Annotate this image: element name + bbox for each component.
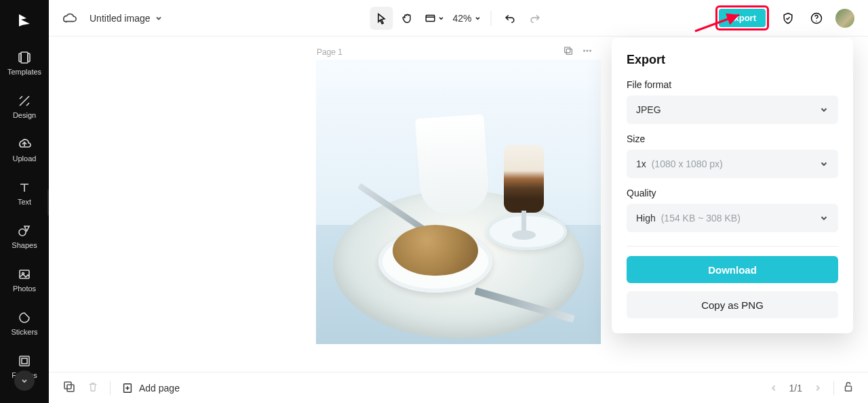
add-page-label: Add page bbox=[139, 383, 180, 394]
sidebar-collapse-button[interactable] bbox=[14, 370, 35, 391]
export-button[interactable]: Export bbox=[719, 9, 766, 27]
undo-button[interactable] bbox=[498, 7, 521, 30]
sidebar-item-design[interactable]: Design bbox=[13, 93, 36, 119]
layers-icon[interactable] bbox=[62, 380, 76, 396]
file-format-select[interactable]: JPEG bbox=[627, 96, 838, 124]
sidebar-item-text[interactable]: Text bbox=[17, 180, 32, 206]
document-title[interactable]: Untitled image bbox=[90, 13, 163, 24]
sidebar-item-label: Stickers bbox=[11, 328, 37, 336]
chevron-down-icon bbox=[437, 15, 444, 22]
delete-icon[interactable] bbox=[87, 381, 99, 396]
sidebar-item-label: Design bbox=[13, 111, 36, 119]
svg-rect-2 bbox=[28, 54, 30, 62]
quality-hint: (154 KB ~ 308 KB) bbox=[661, 213, 741, 224]
svg-rect-19 bbox=[846, 386, 852, 391]
page-indicator: 1/1 bbox=[789, 383, 802, 394]
chevron-down-icon bbox=[819, 159, 829, 169]
svg-rect-0 bbox=[21, 52, 28, 63]
quality-label: Quality bbox=[627, 188, 838, 198]
prev-page-button[interactable] bbox=[766, 381, 781, 396]
svg-point-13 bbox=[583, 50, 585, 52]
sidebar-item-label: Text bbox=[18, 198, 31, 206]
svg-rect-12 bbox=[566, 49, 572, 54]
copy-as-png-button[interactable]: Copy as PNG bbox=[627, 291, 838, 318]
duplicate-page-icon[interactable] bbox=[562, 45, 574, 60]
svg-point-3 bbox=[19, 229, 26, 236]
svg-rect-8 bbox=[426, 16, 435, 22]
quality-value: High bbox=[636, 213, 656, 224]
zoom-control[interactable]: 42% bbox=[450, 13, 484, 24]
sidebar-item-shapes[interactable]: Shapes bbox=[12, 224, 37, 249]
chevron-down-icon bbox=[819, 213, 829, 223]
sidebar-item-label: Upload bbox=[13, 154, 37, 163]
svg-rect-11 bbox=[565, 47, 570, 53]
chevron-down-icon bbox=[819, 105, 829, 114]
svg-point-14 bbox=[587, 50, 589, 52]
shapes-icon bbox=[17, 224, 32, 238]
sidebar-item-templates[interactable]: Templates bbox=[7, 50, 41, 76]
size-value: 1x bbox=[636, 158, 646, 169]
sidebar-item-label: Shapes bbox=[12, 241, 37, 249]
svg-rect-17 bbox=[67, 385, 74, 391]
add-page-icon bbox=[121, 382, 134, 394]
bottombar-divider bbox=[833, 381, 834, 395]
document-title-text: Untitled image bbox=[90, 13, 151, 24]
svg-rect-6 bbox=[20, 356, 29, 366]
photos-icon bbox=[17, 267, 32, 282]
svg-rect-16 bbox=[64, 382, 71, 389]
text-icon bbox=[17, 180, 32, 195]
file-format-value: JPEG bbox=[636, 104, 661, 115]
size-hint: (1080 x 1080 px) bbox=[652, 158, 723, 169]
app-logo-icon[interactable] bbox=[14, 9, 35, 31]
size-select[interactable]: 1x (1080 x 1080 px) bbox=[627, 150, 838, 178]
templates-icon bbox=[17, 50, 32, 65]
size-label: Size bbox=[627, 133, 838, 144]
page-more-icon[interactable] bbox=[581, 45, 593, 60]
sidebar-item-label: Templates bbox=[7, 68, 41, 76]
zoom-value: 42% bbox=[452, 13, 471, 24]
chevron-down-icon bbox=[475, 15, 481, 22]
user-avatar[interactable] bbox=[835, 9, 854, 28]
chevron-down-icon bbox=[155, 14, 163, 22]
panel-divider bbox=[627, 246, 838, 247]
export-button-highlight: Export bbox=[715, 5, 769, 30]
download-button[interactable]: Download bbox=[627, 256, 838, 283]
export-panel: Export File format JPEG Size 1x (1080 x … bbox=[612, 38, 853, 333]
canvas-toolbar: 42% bbox=[370, 0, 547, 37]
sidebar-item-stickers[interactable]: Stickers bbox=[11, 310, 37, 336]
sidebar-item-upload[interactable]: Upload bbox=[13, 137, 37, 163]
canvas-image[interactable] bbox=[316, 60, 601, 344]
lock-icon[interactable] bbox=[842, 381, 854, 395]
svg-point-10 bbox=[816, 20, 816, 21]
toolbar-divider bbox=[491, 11, 492, 26]
hand-tool[interactable] bbox=[395, 7, 418, 30]
shield-icon[interactable] bbox=[778, 9, 797, 28]
design-icon bbox=[17, 93, 32, 108]
help-icon[interactable] bbox=[807, 9, 826, 28]
top-bar: Untitled image 42% Export bbox=[49, 0, 868, 37]
left-sidebar: Templates Design Upload Text Shapes Phot… bbox=[0, 0, 49, 403]
svg-point-15 bbox=[589, 50, 591, 52]
file-format-label: File format bbox=[627, 79, 838, 90]
add-page-button[interactable]: Add page bbox=[121, 382, 180, 394]
svg-rect-7 bbox=[22, 358, 27, 364]
stickers-icon bbox=[17, 310, 32, 325]
bottombar-divider bbox=[110, 381, 111, 395]
sidebar-item-label: Photos bbox=[13, 284, 36, 293]
sidebar-item-photos[interactable]: Photos bbox=[13, 267, 36, 293]
upload-icon bbox=[17, 137, 32, 152]
frames-icon bbox=[17, 354, 32, 368]
quality-select[interactable]: High (154 KB ~ 308 KB) bbox=[627, 204, 838, 232]
page-label: Page 1 bbox=[317, 47, 342, 57]
svg-rect-1 bbox=[19, 54, 21, 62]
export-panel-title: Export bbox=[627, 53, 838, 67]
cloud-sync-icon[interactable] bbox=[62, 11, 77, 26]
redo-button[interactable] bbox=[524, 7, 547, 30]
resize-tool[interactable] bbox=[421, 7, 447, 30]
bottom-bar: Add page 1/1 bbox=[49, 372, 868, 403]
select-tool[interactable] bbox=[370, 7, 393, 30]
next-page-button[interactable] bbox=[810, 381, 825, 396]
